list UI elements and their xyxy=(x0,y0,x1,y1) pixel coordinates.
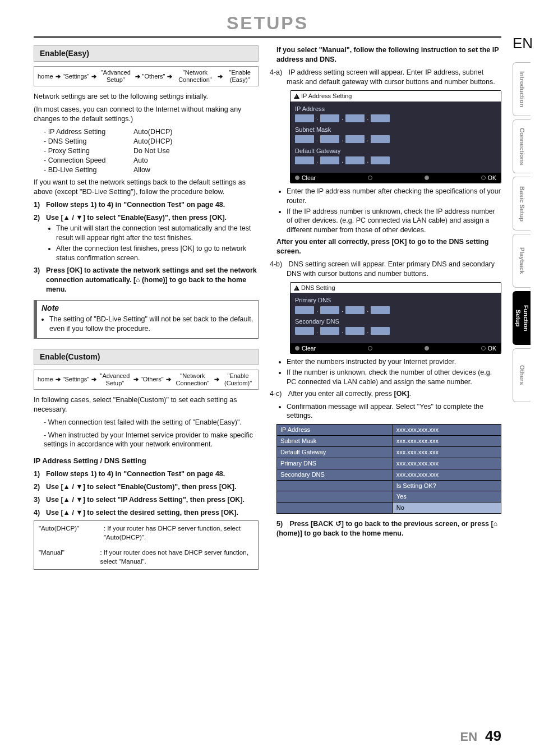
step: Use [▲ / ▼] to select "Enable(Easy)", th… xyxy=(34,213,259,262)
step-label: 5) xyxy=(276,519,288,529)
step-label: 4-c) xyxy=(270,389,287,399)
home-icon: ⌂ xyxy=(136,276,140,284)
ip-octet[interactable] xyxy=(320,327,339,335)
ip-octet[interactable] xyxy=(345,306,365,314)
crumb-part: "Advanced Setup" xyxy=(99,372,131,387)
ip-octet[interactable] xyxy=(345,135,365,143)
page-number: 49 xyxy=(485,726,501,746)
dash-item: - When connection test failed with the s… xyxy=(44,418,259,427)
tab-basic-setup[interactable]: Basic Setup xyxy=(513,177,531,231)
manual-heading: If you select "Manual", follow the follo… xyxy=(276,45,501,64)
ip-octet[interactable] xyxy=(345,327,365,335)
bullet: Confirmation message will appear. Select… xyxy=(287,402,501,421)
option-table: "Auto(DHCP)" : If your router has DHCP s… xyxy=(34,520,259,570)
left-column: Enable(Easy) home ➔ "Settings" ➔ "Advanc… xyxy=(34,45,259,570)
tab-function-setup[interactable]: Function Setup xyxy=(513,291,531,345)
body-text: If you want to set the network settings … xyxy=(34,178,259,197)
note-title: Note xyxy=(37,301,258,314)
crumb-part: "Others" xyxy=(142,73,165,80)
dot-icon xyxy=(481,176,486,180)
ip-octet[interactable] xyxy=(320,135,339,143)
ip-octet[interactable] xyxy=(320,114,339,122)
confirm-yes[interactable]: Yes xyxy=(393,491,501,503)
easy-steps: Follow steps 1) to 4) in "Connection Tes… xyxy=(34,200,259,294)
right-column: If you select "Manual", follow the follo… xyxy=(276,45,501,570)
clear-label[interactable]: Clear xyxy=(302,344,316,352)
ip-octet[interactable] xyxy=(345,156,365,164)
step: Follow steps 1) to 4) in "Connection Tes… xyxy=(34,469,259,479)
step-4c: 4-c) After you enter all correctly, pres… xyxy=(287,389,501,399)
confirm-key: Primary DNS xyxy=(277,458,393,469)
field-label: Default Gateway xyxy=(295,147,496,155)
dns-setting-screen: DNS Setting Primary DNS ... Secondary DN… xyxy=(290,282,501,354)
step-4a: 4-a) IP address setting screen will appe… xyxy=(287,68,501,87)
confirm-val: xxx.xxx.xxx.xxx xyxy=(393,436,501,447)
ip-dns-subheading: IP Address Setting / DNS Setting xyxy=(34,456,259,466)
confirm-val: xxx.xxx.xxx.xxx xyxy=(393,469,501,480)
step: Use [▲ / ▼] to select "IP Address Settin… xyxy=(34,495,259,505)
step-label: 4-a) xyxy=(270,68,287,77)
ip-octet[interactable] xyxy=(320,156,339,164)
arrow-right-icon: ➔ xyxy=(165,376,172,383)
warning-icon xyxy=(294,94,299,99)
language-code: EN xyxy=(513,34,531,53)
crumb-part: "Others" xyxy=(141,376,164,383)
field-label: Primary DNS xyxy=(295,296,496,305)
setting-name: - Proxy Setting xyxy=(44,146,133,156)
step-5: 5) Press [BACK ] to go back to the previ… xyxy=(276,519,501,538)
body-text: (In most cases, you can connect to the I… xyxy=(34,105,259,124)
screen-title: IP Address Setting xyxy=(301,93,352,99)
crumb-part: home xyxy=(38,376,53,383)
ip-octet[interactable] xyxy=(295,156,314,164)
page-footer: EN 49 xyxy=(460,726,501,746)
arrow-right-icon: ➔ xyxy=(54,73,62,80)
ip-octet[interactable] xyxy=(371,156,390,164)
tab-playback[interactable]: Playback xyxy=(513,234,531,288)
ok-label[interactable]: OK xyxy=(488,344,496,352)
ip-octet[interactable] xyxy=(345,114,365,122)
setting-value: Auto(DHCP) xyxy=(133,127,172,137)
clear-label[interactable]: Clear xyxy=(302,174,316,182)
screen-title: DNS Setting xyxy=(301,284,335,291)
option-key: "Manual" xyxy=(39,548,100,566)
ip-octet[interactable] xyxy=(371,114,390,122)
ip-octet[interactable] xyxy=(371,306,390,314)
arrow-right-icon: ➔ xyxy=(216,73,224,80)
confirm-val: xxx.xxx.xxx.xxx xyxy=(393,458,501,469)
setting-value: Auto(DHCP) xyxy=(133,137,172,146)
home-icon: ⌂ xyxy=(494,520,497,528)
ok-label[interactable]: OK xyxy=(488,174,496,182)
ip-octet[interactable] xyxy=(295,327,314,335)
setting-name: - BD-Live Setting xyxy=(44,165,133,175)
ip-octet[interactable] xyxy=(371,135,390,143)
step: Use [▲ / ▼] to select "Enable(Custom)", … xyxy=(34,482,259,492)
tab-introduction[interactable]: Introduction xyxy=(513,62,531,116)
confirm-no[interactable]: No xyxy=(393,503,501,514)
dash-item: - When instructed by your Internet servi… xyxy=(44,431,259,450)
confirm-key: Subnet Mask xyxy=(277,436,393,447)
tab-others[interactable]: Others xyxy=(513,348,531,402)
ip-octet[interactable] xyxy=(295,135,314,143)
crumb-part: "Enable (Easy)" xyxy=(225,69,255,84)
crumb-part: "Network Connection" xyxy=(174,69,215,84)
dot-icon xyxy=(295,176,299,180)
arrow-right-icon: ➔ xyxy=(54,376,62,383)
ip-octet[interactable] xyxy=(371,327,390,335)
side-tabs: EN Introduction Connections Basic Setup … xyxy=(513,34,531,402)
setting-name: - DNS Setting xyxy=(44,137,133,146)
confirm-val: Is Setting OK? xyxy=(393,480,501,491)
body-text: Network settings are set to the followin… xyxy=(34,92,259,102)
tab-connections[interactable]: Connections xyxy=(513,119,531,173)
step: Follow steps 1) to 4) in "Connection Tes… xyxy=(34,200,259,210)
ip-octet[interactable] xyxy=(295,114,314,122)
arrow-right-icon: ➔ xyxy=(132,376,140,383)
step: Use [▲ / ▼] to select the desired settin… xyxy=(34,508,259,518)
confirmation-table: IP Addressxxx.xxx.xxx.xxx Subnet Maskxxx… xyxy=(276,424,501,514)
ip-octet[interactable] xyxy=(295,306,314,314)
crumb-part: home xyxy=(38,73,53,80)
confirm-val: xxx.xxx.xxx.xxx xyxy=(393,425,501,436)
crumb-part: "Settings" xyxy=(63,376,90,383)
option-value: : If your router has DHCP server functio… xyxy=(104,524,253,542)
ip-octet[interactable] xyxy=(320,306,339,314)
breadcrumb-custom: home ➔ "Settings" ➔ "Advanced Setup" ➔ "… xyxy=(34,370,259,390)
